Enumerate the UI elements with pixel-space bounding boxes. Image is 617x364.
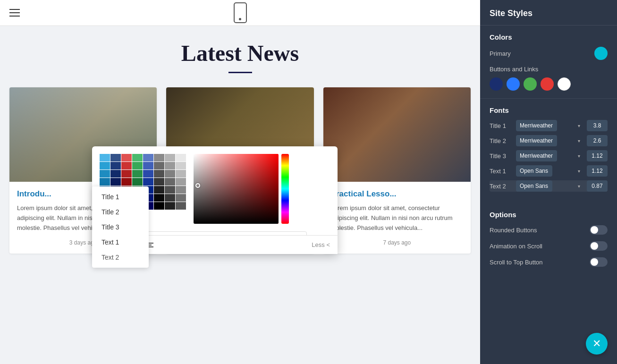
palette-swatch[interactable]	[100, 178, 110, 186]
palette-swatch[interactable]	[176, 170, 186, 178]
gradient-dark	[194, 154, 279, 224]
palette-swatch[interactable]	[165, 202, 175, 210]
color-dot-green[interactable]	[524, 77, 537, 91]
palette-swatch[interactable]	[176, 186, 186, 194]
palette-swatch[interactable]	[165, 154, 175, 161]
palette-swatch[interactable]	[165, 194, 175, 202]
palette-swatch[interactable]	[110, 170, 121, 178]
option-label-scroll-top: Scroll to Top Button	[490, 259, 543, 266]
color-dot-white[interactable]	[558, 77, 571, 91]
card-text-3: Lorem ipsum dolor sit amet, consectetur …	[331, 203, 463, 233]
palette-swatch[interactable]	[176, 178, 186, 186]
gradient-handle[interactable]	[195, 183, 200, 188]
options-title: Options	[490, 211, 608, 219]
color-dot-red[interactable]	[541, 77, 554, 91]
panel-title: Site Styles	[480, 0, 617, 25]
hamburger-menu[interactable]	[9, 9, 20, 17]
option-row-rounded: Rounded Buttons	[490, 225, 608, 235]
palette-swatch[interactable]	[100, 170, 110, 178]
font-label-text1: Text 1	[490, 168, 512, 175]
font-select-wrapper-title2: Merriweather	[516, 135, 583, 146]
palette-swatch[interactable]	[165, 170, 175, 178]
option-row-animation: Animation on Scroll	[490, 241, 608, 251]
palette-swatch[interactable]	[132, 178, 143, 186]
palette-swatch[interactable]	[165, 178, 175, 186]
palette-swatch[interactable]	[100, 162, 110, 169]
card-body-3: Practical Lesso... Lorem ipsum dolor sit…	[323, 182, 471, 254]
fonts-title: Fonts	[490, 106, 608, 114]
palette-swatch[interactable]	[165, 162, 175, 169]
palette-swatch[interactable]	[176, 162, 186, 169]
toggle-scroll-top[interactable]	[590, 257, 608, 267]
font-menu-item-title3[interactable]: Title 3	[92, 220, 149, 235]
palette-swatch[interactable]	[121, 178, 132, 186]
palette-swatch[interactable]	[143, 162, 153, 169]
page-title-section: Latest News	[9, 40, 471, 73]
font-menu-popup: Title 1 Title 2 Title 3 Text 1 Text 2	[92, 186, 149, 268]
font-size-title1[interactable]	[587, 120, 608, 131]
option-label-animation: Animation on Scroll	[490, 243, 542, 250]
hue-bar[interactable]	[281, 154, 289, 224]
font-select-title3[interactable]: Merriweather	[516, 150, 557, 161]
palette-swatch[interactable]	[143, 170, 153, 178]
palette-swatch[interactable]	[165, 186, 175, 194]
palette-swatch[interactable]	[132, 154, 143, 161]
font-size-title2[interactable]	[587, 135, 608, 146]
font-size-title3[interactable]	[587, 150, 608, 161]
palette-swatch[interactable]	[154, 194, 164, 202]
font-select-title1[interactable]: Merriweather	[516, 120, 557, 131]
font-select-wrapper-title1: Merriweather	[516, 120, 583, 131]
primary-label: Primary	[490, 50, 511, 57]
font-row-title1: Title 1 Merriweather	[490, 120, 608, 131]
palette-swatch[interactable]	[110, 162, 121, 169]
font-menu-item-title2[interactable]: Title 2	[92, 204, 149, 220]
card-date-3: 7 days ago	[331, 239, 463, 246]
palette-swatch[interactable]	[154, 170, 164, 178]
palette-swatch[interactable]	[143, 154, 153, 161]
options-section: Options Rounded Buttons Animation on Scr…	[480, 203, 617, 281]
palette-swatch[interactable]	[143, 178, 153, 186]
palette-swatch[interactable]	[132, 170, 143, 178]
palette-swatch[interactable]	[154, 162, 164, 169]
primary-color-dot[interactable]	[594, 47, 608, 60]
font-menu-item-title1[interactable]: Title 1	[92, 189, 149, 204]
font-select-title2[interactable]: Merriweather	[516, 135, 557, 146]
phone-view-icon[interactable]	[234, 2, 247, 23]
palette-swatch[interactable]	[154, 178, 164, 186]
color-dot-blue[interactable]	[507, 77, 520, 91]
palette-swatch[interactable]	[176, 154, 186, 161]
palette-swatch[interactable]	[154, 186, 164, 194]
page-title: Latest News	[9, 40, 471, 66]
toolbar	[0, 0, 480, 26]
font-select-text2[interactable]: Open Sans	[516, 180, 552, 192]
option-row-scroll-top: Scroll to Top Button	[490, 257, 608, 267]
palette-swatch[interactable]	[121, 162, 132, 169]
palette-swatch[interactable]	[110, 154, 121, 161]
toggle-animation[interactable]	[590, 241, 608, 251]
font-select-wrapper-text2: Open Sans	[516, 180, 583, 192]
palette-swatch[interactable]	[176, 194, 186, 202]
palette-swatch[interactable]	[100, 154, 110, 161]
color-dot-dark-blue[interactable]	[490, 77, 503, 91]
font-row-text2: Text 2 Open Sans	[490, 180, 608, 192]
palette-swatch[interactable]	[121, 154, 132, 161]
palette-swatch[interactable]	[176, 202, 186, 210]
gradient-canvas[interactable]	[194, 154, 279, 224]
less-button[interactable]: Less <	[312, 241, 330, 248]
close-button[interactable]: ✕	[586, 333, 608, 355]
palette-swatch[interactable]	[154, 154, 164, 161]
palette-swatch[interactable]	[110, 178, 121, 186]
palette-swatch[interactable]	[132, 162, 143, 169]
font-select-text1[interactable]: Open Sans	[516, 165, 552, 177]
font-label-text2: Text 2	[490, 183, 512, 190]
font-menu-item-text1[interactable]: Text 1	[92, 235, 149, 250]
font-menu-item-text2[interactable]: Text 2	[92, 250, 149, 265]
toggle-rounded[interactable]	[590, 225, 608, 235]
buttons-links-label: Buttons and Links	[490, 66, 608, 73]
font-size-text1[interactable]	[587, 165, 608, 177]
palette-swatch[interactable]	[121, 170, 132, 178]
option-label-rounded: Rounded Buttons	[490, 227, 537, 234]
card-title-3[interactable]: Practical Lesso...	[331, 189, 463, 199]
font-size-text2[interactable]	[587, 180, 608, 192]
palette-swatch[interactable]	[154, 202, 164, 210]
